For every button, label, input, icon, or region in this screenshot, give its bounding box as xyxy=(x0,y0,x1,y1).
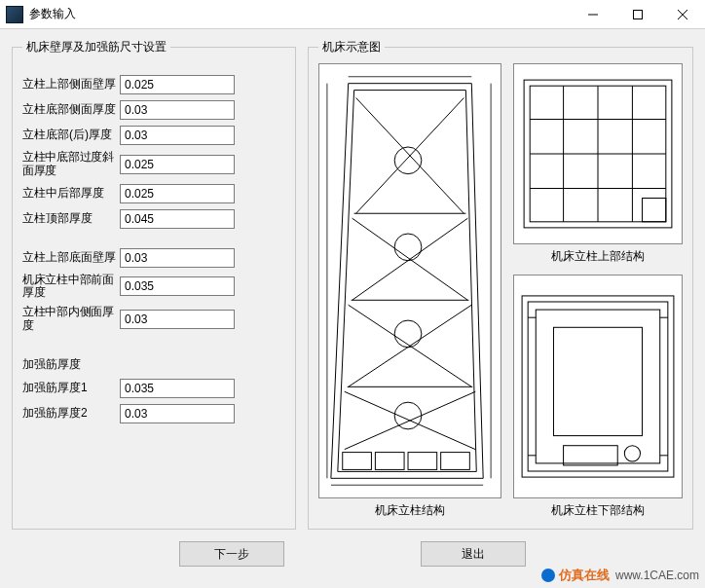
caption-main: 机床立柱结构 xyxy=(318,498,501,519)
input-f3[interactable] xyxy=(120,126,235,145)
input-f5[interactable] xyxy=(120,184,235,203)
svg-point-29 xyxy=(624,446,640,461)
caption-bottom: 机床立柱下部结构 xyxy=(513,498,683,519)
svg-rect-4 xyxy=(441,453,470,470)
label-r1: 加强筋厚度1 xyxy=(22,382,120,395)
svg-point-5 xyxy=(394,147,422,174)
watermark-url: www.1CAE.com xyxy=(615,569,699,582)
close-button[interactable] xyxy=(660,0,705,28)
input-f8[interactable] xyxy=(120,276,235,296)
next-button[interactable]: 下一步 xyxy=(179,541,284,567)
svg-rect-2 xyxy=(375,453,404,470)
window-title: 参数输入 xyxy=(29,6,571,22)
svg-point-7 xyxy=(394,320,422,348)
watermark-brand: 仿真在线 xyxy=(559,567,610,584)
maximize-button[interactable] xyxy=(615,0,660,28)
label-f3: 立柱底部(后)厚度 xyxy=(22,129,120,142)
label-f4: 立柱中底部过度斜面厚度 xyxy=(22,151,120,178)
svg-point-6 xyxy=(394,234,422,261)
input-f6[interactable] xyxy=(120,209,235,229)
watermark-icon xyxy=(541,569,555,582)
svg-rect-3 xyxy=(408,453,437,470)
fieldset-diagram-legend: 机床示意图 xyxy=(318,39,385,55)
fieldset-thickness: 机床壁厚及加强筋尺寸设置 立柱上部侧面壁厚 立柱底部侧面厚度 立柱底部(后)厚度… xyxy=(12,39,296,530)
caption-top: 机床立柱上部结构 xyxy=(513,244,683,265)
input-r2[interactable] xyxy=(120,404,235,423)
diagram-main xyxy=(318,63,501,498)
input-f1[interactable] xyxy=(120,75,235,94)
input-f9[interactable] xyxy=(120,310,235,329)
input-f4[interactable] xyxy=(120,155,235,174)
window-controls xyxy=(571,0,705,28)
fieldset-diagram: 机床示意图 xyxy=(308,39,693,530)
svg-rect-0 xyxy=(634,10,643,18)
app-icon xyxy=(6,6,23,23)
label-f5: 立柱中后部厚度 xyxy=(22,187,120,201)
exit-button[interactable]: 退出 xyxy=(421,541,526,567)
label-f6: 立柱顶部厚度 xyxy=(22,212,120,226)
label-f7: 立柱上部底面壁厚 xyxy=(22,251,120,265)
label-f8: 机床立柱中部前面厚度 xyxy=(22,274,120,301)
input-r1[interactable] xyxy=(120,379,235,398)
svg-rect-24 xyxy=(522,296,674,477)
watermark: 仿真在线 www.1CAE.com xyxy=(541,567,699,584)
input-f2[interactable] xyxy=(120,100,235,120)
rib-section-title: 加强筋厚度 xyxy=(22,356,285,373)
titlebar: 参数输入 xyxy=(0,0,705,29)
diagram-top xyxy=(513,63,683,244)
label-f9: 立柱中部内侧面厚度 xyxy=(22,306,120,333)
svg-rect-27 xyxy=(553,327,642,435)
svg-rect-26 xyxy=(536,310,659,463)
svg-rect-1 xyxy=(343,453,372,470)
label-r2: 加强筋厚度2 xyxy=(22,407,120,421)
label-f1: 立柱上部侧面壁厚 xyxy=(22,78,120,92)
label-f2: 立柱底部侧面厚度 xyxy=(22,103,120,117)
minimize-button[interactable] xyxy=(571,0,615,28)
diagram-bottom xyxy=(513,275,683,498)
input-f7[interactable] xyxy=(120,248,235,268)
svg-rect-28 xyxy=(564,446,618,465)
fieldset-thickness-legend: 机床壁厚及加强筋尺寸设置 xyxy=(22,39,170,55)
client-area: 机床壁厚及加强筋尺寸设置 立柱上部侧面壁厚 立柱底部侧面厚度 立柱底部(后)厚度… xyxy=(0,29,705,588)
